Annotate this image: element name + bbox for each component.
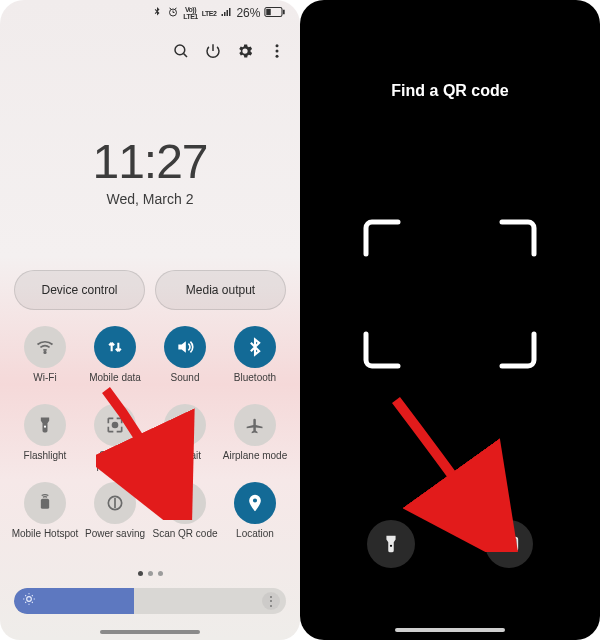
tile-location[interactable]: Location <box>221 482 289 552</box>
qr-title: Find a QR code <box>300 82 600 100</box>
wifi-icon <box>24 326 66 368</box>
svg-point-9 <box>44 426 46 428</box>
location-icon <box>234 482 276 524</box>
svg-point-4 <box>175 45 185 55</box>
tile-sound[interactable]: Sound <box>151 326 219 396</box>
device-control-button[interactable]: Device control <box>14 270 145 310</box>
overflow-menu-icon[interactable] <box>268 42 286 64</box>
portrait-lock-icon <box>164 404 206 446</box>
lte-indicator: LTE2 <box>202 10 217 17</box>
svg-rect-12 <box>41 499 49 509</box>
power-saving-icon <box>94 482 136 524</box>
tile-portrait[interactable]: Portrait <box>151 404 219 474</box>
signal-icon <box>220 6 232 20</box>
quick-settings-panel: Vo)) LTE1 LTE2 26% 11:27 Wed, March 2 <box>0 0 300 640</box>
svg-point-21 <box>27 597 32 602</box>
svg-point-5 <box>276 44 279 47</box>
quick-tiles-grid: Wi-Fi Mobile data Sound Bluetooth Flashl… <box>10 326 290 552</box>
qr-icon <box>164 482 206 524</box>
alarm-status-icon <box>167 6 179 20</box>
svg-rect-11 <box>182 418 189 430</box>
brightness-slider[interactable]: ⋮ <box>14 588 286 614</box>
flashlight-icon <box>24 404 66 446</box>
airplane-icon <box>234 404 276 446</box>
battery-icon <box>264 6 286 20</box>
tile-mobile-data[interactable]: Mobile data <box>81 326 149 396</box>
flashlight-toggle-button[interactable] <box>367 520 415 568</box>
media-output-button[interactable]: Media output <box>155 270 286 310</box>
settings-gear-icon[interactable] <box>236 42 254 64</box>
svg-point-10 <box>113 423 118 428</box>
brightness-expand-icon[interactable]: ⋮ <box>262 592 280 610</box>
tile-screen-recorder[interactable]: Screen recorder <box>81 404 149 474</box>
clock-date: Wed, March 2 <box>0 191 300 207</box>
svg-rect-15 <box>187 496 192 501</box>
bluetooth-icon <box>234 326 276 368</box>
viewfinder-corner <box>362 218 402 258</box>
sound-icon <box>164 326 206 368</box>
bluetooth-status-icon <box>151 6 163 20</box>
tile-scan-qr[interactable]: Scan QR code <box>151 482 219 552</box>
svg-rect-19 <box>187 508 189 510</box>
tile-airplane[interactable]: Airplane mode <box>221 404 289 474</box>
screen-record-icon <box>94 404 136 446</box>
nav-handle[interactable] <box>395 628 505 632</box>
volte-indicator: Vo)) LTE1 <box>183 6 198 20</box>
clock-time: 11:27 <box>0 134 300 189</box>
svg-rect-2 <box>267 9 271 15</box>
svg-point-8 <box>44 352 46 354</box>
clock-block: 11:27 Wed, March 2 <box>0 134 300 207</box>
viewfinder-corner <box>498 218 538 258</box>
svg-rect-20 <box>190 508 192 510</box>
svg-point-24 <box>505 541 508 544</box>
svg-point-7 <box>276 55 279 58</box>
power-icon[interactable] <box>204 42 222 64</box>
status-bar: Vo)) LTE1 LTE2 26% <box>151 6 286 20</box>
viewfinder-corner <box>362 330 402 370</box>
battery-percentage: 26% <box>236 6 260 20</box>
page-indicator <box>0 571 300 576</box>
tile-wifi[interactable]: Wi-Fi <box>11 326 79 396</box>
svg-rect-16 <box>178 505 183 510</box>
viewfinder-corner <box>498 330 538 370</box>
qr-scanner-screen: Find a QR code <box>300 0 600 640</box>
tile-hotspot[interactable]: Mobile Hotspot <box>11 482 79 552</box>
svg-rect-18 <box>190 505 192 507</box>
gallery-button[interactable] <box>485 520 533 568</box>
hotspot-icon <box>24 482 66 524</box>
svg-point-22 <box>390 545 392 547</box>
mobile-data-icon <box>94 326 136 368</box>
search-icon[interactable] <box>172 42 190 64</box>
svg-rect-14 <box>178 496 183 501</box>
svg-point-6 <box>276 50 279 53</box>
panel-top-actions <box>172 42 286 64</box>
svg-rect-3 <box>283 10 285 14</box>
svg-rect-17 <box>187 505 189 507</box>
nav-handle[interactable] <box>100 630 200 634</box>
brightness-sun-icon <box>22 592 36 610</box>
tile-bluetooth[interactable]: Bluetooth <box>221 326 289 396</box>
tile-flashlight[interactable]: Flashlight <box>11 404 79 474</box>
tile-power-saving[interactable]: Power saving <box>81 482 149 552</box>
